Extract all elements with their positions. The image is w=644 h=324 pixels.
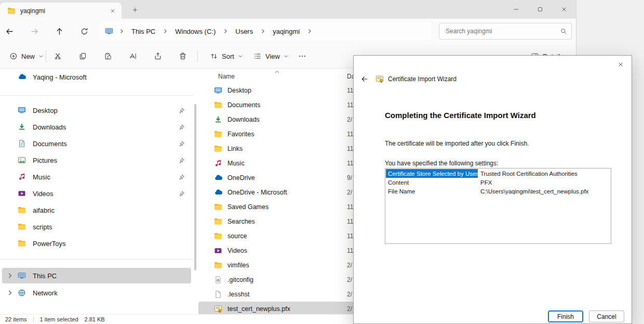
breadcrumb-item-yaqingmi[interactable]: yaqingmi <box>271 27 301 36</box>
folder-icon <box>214 101 222 109</box>
back-button[interactable] <box>1 23 18 39</box>
new-button[interactable]: New <box>4 48 49 64</box>
close-button[interactable] <box>552 0 576 19</box>
file-name: Desktop <box>227 87 251 94</box>
breadcrumb-item-users[interactable]: Users <box>234 27 254 36</box>
sidebar-item-label: Network <box>33 289 58 297</box>
file-name: .gitconfig <box>227 276 253 283</box>
sort-ascending-icon <box>274 69 280 75</box>
pc-icon <box>18 271 26 280</box>
status-items-count: 22 items <box>5 316 27 322</box>
folder-icon <box>214 232 222 240</box>
chevron-right-icon[interactable] <box>162 28 168 34</box>
cloud-icon <box>214 174 222 182</box>
folder-icon <box>214 145 222 153</box>
desktop-icon <box>18 106 26 114</box>
close-icon <box>560 6 568 13</box>
up-button[interactable] <box>51 23 68 39</box>
sidebar-item-videos[interactable]: Videos <box>2 185 191 202</box>
cut-button[interactable] <box>48 48 69 64</box>
pictures-icon <box>18 156 26 164</box>
settings-row-certificate-store-selected-by-user[interactable]: Certificate Store Selected by UserTruste… <box>386 169 610 178</box>
sidebar-item-aifabric[interactable]: aifabric <box>2 202 191 218</box>
tab-title: yaqingmi <box>20 7 102 15</box>
sidebar-item-yaqing-microsoft[interactable]: Yaqing - Microsoft <box>2 69 191 85</box>
sort-arrows-icon <box>210 52 218 60</box>
trash-icon <box>179 52 187 60</box>
maximize-button[interactable] <box>528 0 552 19</box>
file-icon <box>214 290 222 299</box>
search-icon[interactable] <box>560 28 567 35</box>
this-pc-icon <box>105 27 113 35</box>
sidebar-item-this-pc[interactable]: This PC <box>2 268 191 283</box>
sidebar-item-music[interactable]: Music <box>2 169 191 185</box>
rename-button[interactable] <box>123 48 143 64</box>
folder-icon <box>214 261 222 269</box>
settings-key: Certificate Store Selected by User <box>386 169 478 178</box>
folder-icon <box>18 239 26 248</box>
sidebar-item-desktop[interactable]: Desktop <box>2 102 191 119</box>
chevron-down-icon <box>238 54 243 59</box>
tab-yaqingmi[interactable]: yaqingmi <box>0 3 122 19</box>
sidebar-item-label: Yaqing - Microsoft <box>33 73 87 81</box>
settings-row-file-name[interactable]: File NameC:\Users\yaqingmi\test_cert_new… <box>386 187 610 196</box>
copy-button[interactable] <box>73 48 93 64</box>
cert-icon <box>214 305 222 313</box>
navigation-bar: This PCWindows (C:)Usersyaqingmi <box>0 19 576 44</box>
scissors-icon <box>54 52 62 60</box>
toolbar-separator <box>46 50 46 62</box>
file-name: Music <box>227 160 245 167</box>
dialog-back-button[interactable] <box>358 72 371 86</box>
column-header-name[interactable]: Name <box>218 73 235 80</box>
folder-icon <box>7 7 16 15</box>
pin-icon <box>178 157 185 164</box>
file-name: Documents <box>227 101 260 109</box>
sidebar-item-documents[interactable]: Documents <box>2 135 191 152</box>
copy-icon <box>79 52 87 60</box>
file-name: test_cert_newplus.pfx <box>227 305 290 313</box>
file-date-modified: 2/ <box>347 189 352 196</box>
delete-button[interactable] <box>172 48 193 64</box>
finish-button[interactable]: Finish <box>548 310 583 322</box>
dialog-close-button[interactable] <box>612 57 629 72</box>
status-size: 2.81 KB <box>85 316 105 322</box>
cancel-button[interactable]: Cancel <box>589 310 624 322</box>
share-button[interactable] <box>147 48 168 64</box>
settings-row-content[interactable]: ContentPFX <box>386 178 610 187</box>
minimize-button[interactable] <box>504 0 528 19</box>
tab-close-button[interactable] <box>107 5 118 17</box>
search-input[interactable] <box>446 28 557 35</box>
chevron-right-icon[interactable] <box>306 28 313 34</box>
settings-list[interactable]: Certificate Store Selected by UserTruste… <box>385 168 611 244</box>
see-more-button[interactable] <box>293 48 312 64</box>
file-date-modified: 11 <box>347 232 353 240</box>
forward-button[interactable] <box>26 23 43 39</box>
chevron-right-icon[interactable] <box>222 28 229 34</box>
breadcrumb-item-windows-c[interactable]: Windows (C:) <box>173 27 217 36</box>
breadcrumb: This PCWindows (C:)Usersyaqingmi <box>99 22 431 40</box>
navigation-sidebar: Yaqing - MicrosoftDesktopDownloadsDocume… <box>0 69 193 314</box>
chevron-right-icon[interactable] <box>260 28 266 34</box>
breadcrumb-item-this-pc[interactable]: This PC <box>130 27 157 36</box>
sidebar-item-powertoys[interactable]: PowerToys <box>2 235 191 252</box>
chevron-right-icon[interactable] <box>118 28 125 34</box>
sidebar-item-downloads[interactable]: Downloads <box>2 119 191 135</box>
sidebar-item-label: Downloads <box>33 123 66 131</box>
chevron-right-icon[interactable] <box>6 272 14 279</box>
paste-button[interactable] <box>98 48 118 64</box>
sort-button[interactable]: Sort <box>205 48 248 64</box>
chevron-right-icon[interactable] <box>6 289 14 296</box>
gear-icon <box>214 276 222 284</box>
new-tab-button[interactable] <box>129 4 141 16</box>
status-separator <box>33 316 34 322</box>
refresh-button[interactable] <box>76 23 92 39</box>
pin-icon <box>178 124 185 131</box>
sidebar-item-network[interactable]: Network <box>2 285 191 301</box>
file-date-modified: 11 <box>347 160 353 167</box>
sidebar-scrollbar[interactable] <box>194 104 196 270</box>
sidebar-item-scripts[interactable]: scripts <box>2 218 191 235</box>
view-button[interactable]: View <box>248 48 294 64</box>
pin-icon <box>178 107 185 114</box>
sidebar-item-pictures[interactable]: Pictures <box>2 152 191 169</box>
file-date-modified: 11 <box>347 218 353 225</box>
